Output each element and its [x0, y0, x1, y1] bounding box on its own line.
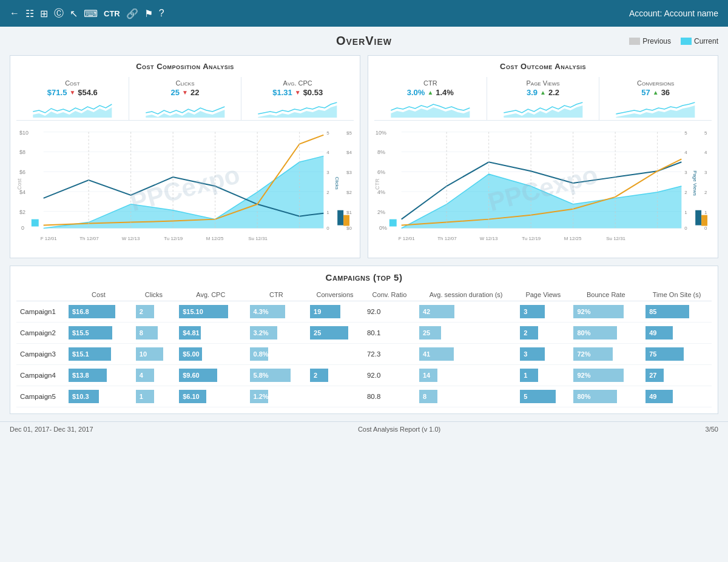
bar-cell: 1 [132, 386, 175, 407]
table-row: Campaign5$10.31$6.101.2%80.88580%49 [16, 386, 712, 407]
clicks-metric: Clicks 25 ▼ 22 [129, 77, 242, 120]
svg-text:Page Views: Page Views [692, 170, 698, 196]
bar-cell: 80% [570, 386, 642, 407]
svg-text:Tu 12/19: Tu 12/19 [164, 236, 183, 241]
table-row: Campaign4$13.84$9.605.8%292.014192%27 [16, 365, 712, 386]
conversions-label: Conversions [604, 79, 707, 87]
bar-cell: 1 [516, 365, 570, 386]
cost-outcome-chart: PPCexpo 10% 8% 6% 4% 2% 0% CTR [374, 125, 712, 252]
ctr-values: 3.0% ▲ 1.4% [379, 88, 482, 97]
ctr-metric: CTR 3.0% ▲ 1.4% [374, 77, 487, 120]
bar-cell: 4 [132, 365, 175, 386]
legend-previous: Previous [629, 37, 671, 45]
right-chart-svg: 10% 8% 6% 4% 2% 0% CTR [374, 125, 712, 250]
svg-text:3: 3 [326, 170, 329, 175]
grid-icon[interactable]: ☷ [25, 8, 34, 19]
legend-prev-box [629, 38, 640, 45]
overview-header: OverView Previous Current [10, 34, 718, 48]
svg-rect-16 [32, 219, 39, 227]
svg-text:4: 4 [326, 150, 329, 155]
svg-text:0: 0 [684, 226, 687, 231]
cost-outcome-title: Cost Outcome Analysis [374, 62, 712, 71]
bar-cell: 25 [306, 323, 363, 344]
svg-text:4: 4 [704, 150, 707, 155]
cost-val1: $71.5 [47, 88, 67, 97]
svg-text:Cost: Cost [16, 178, 22, 190]
campaign-name: Campaign2 [16, 323, 65, 344]
svg-text:3: 3 [684, 170, 687, 175]
overview-title: OverView [336, 34, 392, 48]
bar-cell: $15.1 [65, 344, 132, 365]
account-label: Account: Account name [629, 8, 718, 18]
bar-cell: 19 [306, 301, 363, 323]
top-nav: ← ☷ ⊞ Ⓒ ↖ ⌨ CTR 🔗 ⚑ ? Account: Account n… [0, 0, 728, 27]
svg-text:CTR: CTR [374, 178, 380, 190]
cost-metric: Cost $71.5 ▼ $54.6 [16, 77, 129, 120]
col-avg-session: Avg. session duration (s) [416, 289, 516, 301]
table-icon[interactable]: ⊞ [40, 8, 48, 19]
col-page-views: Page Views [516, 289, 570, 301]
page-views-metric: Page Views 3.9 ▲ 2.2 [487, 77, 600, 120]
dollar-icon[interactable]: Ⓒ [54, 7, 64, 20]
svg-text:5: 5 [326, 130, 329, 136]
nav-icons: ← ☷ ⊞ Ⓒ ↖ ⌨ CTR 🔗 ⚑ ? [10, 7, 164, 20]
bar-cell: 3.2% [246, 323, 307, 344]
cost-val2: $54.6 [78, 88, 98, 97]
bar-cell: 10 [132, 344, 175, 365]
cost-label: Cost [21, 79, 124, 87]
svg-text:F 12/01: F 12/01 [399, 236, 416, 241]
legend-prev-label: Previous [642, 37, 671, 45]
conv-val2: 36 [661, 88, 670, 97]
campaigns-table: Cost Clicks Avg. CPC CTR Conversions Con… [16, 289, 712, 407]
svg-rect-38 [343, 215, 349, 226]
ctr-arrow: ▲ [427, 89, 433, 96]
legend-curr-label: Current [694, 37, 718, 45]
bar-cell: 72% [570, 344, 642, 365]
ctr-val1: 3.0% [407, 88, 425, 97]
conv-ratio-cell: 80.1 [363, 323, 416, 344]
col-cost: Cost [65, 289, 132, 301]
footer-page: 3/50 [706, 426, 718, 433]
help-icon[interactable]: ? [159, 8, 164, 19]
svg-text:$1: $1 [346, 210, 352, 215]
bar-cell: $5.00 [175, 344, 246, 365]
link-icon[interactable]: 🔗 [126, 8, 138, 19]
cost-outcome-panel: Cost Outcome Analysis CTR 3.0% ▲ 1.4% [368, 55, 718, 258]
cursor-icon[interactable]: ↖ [70, 8, 78, 19]
campaign-name: Campaign3 [16, 344, 65, 365]
avg-cpc-sparkline [246, 99, 349, 118]
bar-cell: 42 [416, 301, 516, 323]
bar-cell: 14 [416, 365, 516, 386]
svg-text:W 12/13: W 12/13 [480, 236, 498, 241]
pv-val1: 3.9 [527, 88, 538, 97]
bar-cell: 2 [132, 301, 175, 323]
back-icon[interactable]: ← [10, 8, 19, 19]
outcome-metrics-row: CTR 3.0% ▲ 1.4% Page Views [374, 77, 712, 121]
clicks-arrow: ▼ [182, 89, 188, 96]
col-name [16, 289, 65, 301]
bar-cell: 5.8% [246, 365, 307, 386]
cost-metrics-row: Cost $71.5 ▼ $54.6 Clicks [16, 77, 354, 121]
svg-text:Th 12/07: Th 12/07 [437, 236, 457, 241]
svg-text:3: 3 [704, 170, 707, 175]
bar-cell: $16.8 [65, 301, 132, 323]
svg-text:5: 5 [704, 130, 707, 136]
legend: Previous Current [629, 37, 718, 45]
svg-rect-37 [337, 210, 343, 226]
keyboard-icon[interactable]: ⌨ [84, 8, 98, 19]
cost-arrow: ▼ [69, 89, 75, 96]
svg-text:Clicks: Clicks [334, 176, 340, 189]
svg-text:$8: $8 [19, 149, 25, 155]
svg-text:0: 0 [21, 225, 24, 231]
map-icon[interactable]: ⚑ [144, 8, 153, 19]
svg-text:2: 2 [684, 190, 687, 195]
avg-cpc-val1: $1.31 [272, 88, 292, 97]
svg-text:$5: $5 [346, 130, 352, 136]
ctr-label[interactable]: CTR [104, 9, 120, 18]
svg-text:0: 0 [326, 226, 329, 231]
campaign-name: Campaign1 [16, 301, 65, 323]
svg-text:6%: 6% [377, 169, 385, 175]
conv-sparkline [604, 99, 707, 118]
svg-rect-84 [701, 215, 707, 226]
bar-cell: 27 [642, 365, 712, 386]
